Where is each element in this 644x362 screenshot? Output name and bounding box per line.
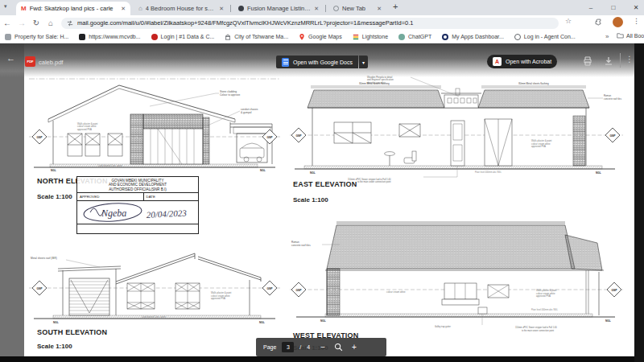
ngl-label: NGL <box>259 321 265 324</box>
bookmark-my-apps[interactable]: My Apps Dashboar... <box>442 34 504 40</box>
open-with-dropdown-caret[interactable]: ▾ <box>359 56 368 68</box>
open-with-google-docs-label: Open with Google Docs <box>293 60 353 65</box>
open-with-google-docs-group: Open with Google Docs ▾ <box>276 56 368 68</box>
tab-gmail[interactable]: M Fwd: Skatzkop land pics - carle ✕ <box>16 2 130 15</box>
gsp-marker: GSP <box>295 134 302 138</box>
page-total: 4 <box>307 344 310 350</box>
ngl-label: NGL <box>51 169 56 172</box>
annotation: Colour to approve <box>220 93 241 97</box>
bookmarks-overflow-icon[interactable]: » <box>605 33 609 40</box>
globe-icon <box>514 34 521 40</box>
open-with-google-docs-button[interactable]: Open with Google Docs <box>276 56 358 68</box>
page-number-input[interactable]: 3 <box>282 342 294 352</box>
home-icon[interactable]: ⌂ <box>43 19 58 27</box>
gsp-marker: GSP <box>609 134 616 138</box>
ngl-label: NGL <box>320 319 326 323</box>
tab-divider <box>230 5 231 12</box>
annotation: to the main sewer connection point <box>357 180 391 183</box>
bookmark-google-maps[interactable]: Google Maps <box>299 34 342 40</box>
overlay-left-shade <box>0 43 24 356</box>
annotation: approved PVA <box>536 294 551 298</box>
zoom-tool-icon[interactable] <box>334 343 343 352</box>
tab-strip: ▾ M Fwd: Skatzkop land pics - carle ✕ ⌂ … <box>0 0 644 15</box>
tab-close-icon[interactable]: ✕ <box>377 6 382 12</box>
east-elevation-drawing: GSP GSP Wooden Pergola to detail and Eng… <box>290 74 623 185</box>
annotation: Floor level 400mm abv. NGL <box>531 308 558 311</box>
reload-icon[interactable]: ↻ <box>29 19 43 27</box>
ngl-label: NGL <box>310 171 316 175</box>
url-text: mail.google.com/mail/u/0/#label/Zilkaats… <box>77 19 553 27</box>
acrobat-icon: A <box>493 57 502 66</box>
overlay-bottom-shade <box>0 356 634 362</box>
extensions-icon[interactable] <box>594 18 602 26</box>
tab-close-icon[interactable]: ✕ <box>219 6 224 12</box>
bookmark-favicon <box>151 34 158 40</box>
annotation: colour cream white <box>386 290 406 294</box>
browser-menu-icon[interactable]: ⋮ <box>633 17 640 25</box>
annotation: approved PVA <box>77 128 92 131</box>
new-tab-button[interactable]: + <box>393 2 398 11</box>
gsp-marker: GSP <box>295 289 302 292</box>
print-icon[interactable] <box>583 56 592 66</box>
map-pin-icon <box>299 34 305 40</box>
tab-search-icon[interactable]: ▾ <box>4 3 7 10</box>
bookmark-label: Google Maps <box>308 34 342 39</box>
annotation: to the main sewer connection point <box>522 329 554 332</box>
pdf-file-icon: PDF <box>25 56 35 67</box>
open-with-acrobat-button[interactable]: A Open with Acrobat <box>487 55 557 68</box>
tab-fusion[interactable]: Fusion Manage Listings ✕ <box>233 2 324 15</box>
download-icon[interactable] <box>604 56 613 66</box>
south-elevation-title: SOUTH ELEVATION <box>37 328 107 336</box>
tab-title: Fwd: Skatzkop land pics - carle <box>30 5 118 12</box>
gsp-marker: GSP <box>36 287 43 290</box>
bookmark-tshwane[interactable]: City of Tshwane Ma... <box>225 34 288 40</box>
more-options-icon[interactable]: ⋮ <box>625 55 634 64</box>
bookmark-login-data[interactable]: Login | #1 Data & C... <box>151 34 215 40</box>
viewer-back-icon[interactable]: ← <box>6 53 15 63</box>
annotation: Metal sheets roof (IBR) <box>31 257 57 260</box>
window-maximize-button[interactable]: □ <box>604 0 623 14</box>
all-bookmarks-button[interactable]: All Bookmarks <box>617 32 644 39</box>
zoom-in-button[interactable]: + <box>352 343 357 352</box>
tab-property[interactable]: ⌂ 4 Bedroom House for sale in S ✕ <box>134 2 229 15</box>
tab-newtab[interactable]: New Tab ✕ <box>328 2 386 15</box>
bookmark-chatgpt[interactable]: ChatGPT <box>398 34 431 40</box>
tab-title: Fusion Manage Listings <box>247 5 311 12</box>
ngl-label: NGL <box>260 169 266 172</box>
page-navigation-toolbar: Page 3 / 4 − + <box>256 338 386 356</box>
bookmark-lightstone[interactable]: Lightstone <box>353 34 388 40</box>
chatgpt-icon <box>398 34 405 40</box>
annotation: approved PVA <box>531 145 546 148</box>
stamp-date-label: DATE <box>144 193 199 200</box>
bookmark-label: Property for Sale: H... <box>14 34 68 39</box>
zoom-out-button[interactable]: − <box>320 343 325 352</box>
tab-close-icon[interactable]: ✕ <box>121 6 126 12</box>
url-field[interactable]: mail.google.com/mail/u/0/#label/Zilkaats… <box>61 18 559 29</box>
overlay-right-shade <box>634 43 644 362</box>
bars-icon <box>353 34 359 40</box>
annotation: Land drained Conc. apron <box>98 164 123 167</box>
dashboard-icon <box>442 34 448 40</box>
forward-icon[interactable]: → <box>14 19 29 27</box>
back-icon[interactable]: ← <box>0 19 14 27</box>
north-elevation-scale: Scale 1:100 <box>37 193 72 200</box>
annotation: & gumpol <box>241 111 252 114</box>
caret-down-icon: ▾ <box>362 60 365 65</box>
bookmark-label: https://www.mcvdb... <box>89 34 140 39</box>
bookmark-star-icon[interactable]: ☆ <box>565 17 572 25</box>
bookmark-agent-login[interactable]: Log in - Agent Con... <box>514 34 576 40</box>
pdf-badge-text: PDF <box>27 60 34 64</box>
bookmark-mcvdb[interactable]: https://www.mcvdb... <box>79 34 140 40</box>
tab-close-icon[interactable]: ✕ <box>314 6 319 12</box>
annotation: approved PVA <box>211 297 225 300</box>
bookmark-property[interactable]: Property for Sale: H... <box>5 34 68 40</box>
window-close-button[interactable]: ✕ <box>626 0 644 14</box>
stamp-authority: AUTHORISED OFFICIAL(SNR B.I) <box>77 187 198 192</box>
south-elevation-scale: Scale 1:100 <box>37 343 72 350</box>
south-elevation-drawing: GSP GSP Metal sheets roof (IBR) Walls pl… <box>29 232 280 335</box>
window-minimize-button[interactable]: – <box>581 0 601 14</box>
gsp-marker: GSP <box>611 289 617 292</box>
bookmark-label: Login | #1 Data & C... <box>161 34 215 39</box>
globe-icon <box>333 6 339 11</box>
profile-avatar[interactable] <box>613 17 623 27</box>
